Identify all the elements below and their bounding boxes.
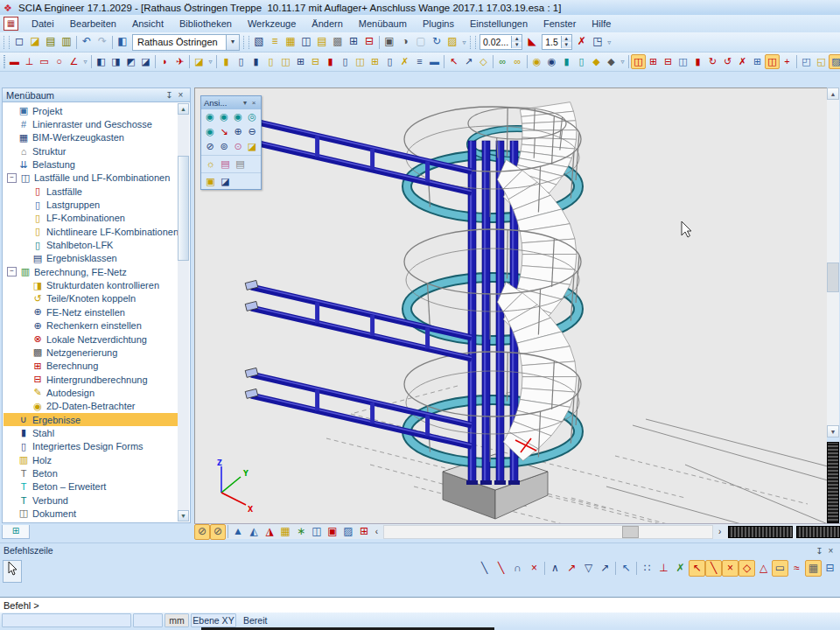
model-viewport[interactable]: ZYX — [195, 88, 828, 524]
member3-icon[interactable]: ▮ — [248, 54, 263, 69]
scale-icon[interactable]: ◣ — [524, 34, 540, 50]
tree-item-13[interactable]: ◨Strukturdaten kontrollieren — [4, 278, 178, 291]
minimized-window-bar[interactable] — [728, 526, 793, 538]
command-input[interactable]: Befehl > — [0, 597, 840, 612]
slab-icon[interactable]: ▯ — [382, 54, 397, 69]
levels-icon[interactable]: ≡ — [412, 54, 427, 69]
tree-item-16[interactable]: ⊕Rechenkern einstellen — [4, 319, 178, 332]
tree-item-10[interactable]: ▯Stahlbeton-LFK — [4, 238, 178, 251]
snap-line-icon[interactable]: ╲ — [476, 560, 493, 577]
mirror-icon[interactable]: ◪ — [138, 54, 153, 69]
scale-spinner[interactable]: 1.5 ▲▼ — [542, 34, 572, 50]
open-folder-icon[interactable]: ◪ — [192, 54, 206, 69]
dimension-icon[interactable]: ◳ — [590, 34, 606, 50]
document-icon[interactable]: ▦ — [4, 17, 18, 31]
tree-item-1[interactable]: #Linienraster und Geschosse — [4, 117, 178, 130]
snap-angle-icon[interactable]: ∧ — [547, 560, 564, 577]
labels-icon[interactable]: ∗ — [293, 524, 309, 540]
menu-bibliotheken[interactable]: Bibliotheken — [172, 17, 240, 31]
results-setup-icon[interactable]: ⊟ — [361, 34, 377, 50]
view-vertical-scrollbar[interactable]: ▲ ▼ — [827, 88, 839, 438]
snap-intersect-icon[interactable]: × — [722, 560, 738, 577]
subregion-icon[interactable]: ⊟ — [308, 54, 323, 69]
save-icon[interactable]: ▤ — [43, 34, 59, 50]
export-icon[interactable]: ▢ — [413, 34, 429, 50]
copy-icon[interactable]: ◧ — [94, 54, 108, 69]
view-dir-4-icon[interactable]: ◎ — [245, 109, 259, 124]
menu-ansicht[interactable]: Ansicht — [124, 17, 172, 31]
plate2-icon[interactable]: ▯ — [338, 54, 353, 69]
open-file-icon[interactable]: ◪ — [27, 34, 43, 50]
project-settings-icon[interactable]: ▧ — [251, 34, 267, 50]
hatch-icon[interactable]: ▦ — [277, 524, 293, 540]
snap-vector-icon[interactable]: ↗ — [597, 560, 613, 577]
opening-icon[interactable]: ⊞ — [293, 54, 308, 69]
zoom-window-icon[interactable]: ⊚ — [217, 139, 231, 154]
light-icon[interactable]: ☼ — [203, 157, 218, 172]
menu-fenster[interactable]: Fenster — [536, 17, 584, 31]
snap-curve-icon[interactable]: ≈ — [788, 560, 805, 577]
member-icon[interactable]: ▮ — [219, 54, 234, 69]
diamond-gold-icon[interactable]: ◆ — [589, 54, 604, 69]
grid-blue-icon[interactable]: ⊞ — [750, 54, 765, 69]
haunch-icon[interactable]: ◫ — [278, 54, 293, 69]
snap-off-icon[interactable]: × — [526, 560, 542, 577]
snap-polygon-icon[interactable]: ▭ — [772, 560, 788, 577]
toolbar-grip[interactable] — [4, 36, 10, 49]
tree-scrollbar[interactable]: ▲ ▼ — [178, 103, 189, 522]
tree-expander-icon[interactable]: − — [7, 173, 17, 183]
select2-icon[interactable]: ↗ — [461, 54, 476, 69]
library-icon[interactable]: ▤ — [314, 34, 330, 50]
view-horizontal-scrollbar[interactable] — [383, 525, 714, 539]
toolbar-overflow-icon[interactable]: ▿ — [460, 36, 468, 49]
col-green2-icon[interactable]: ▯ — [574, 54, 589, 69]
tree-item-12[interactable]: −▥Berechnung, FE-Netz — [4, 265, 178, 278]
scroll-right-icon[interactable]: › — [715, 527, 724, 536]
rotate2-icon[interactable]: ↺ — [720, 54, 735, 69]
tree-item-15[interactable]: ⊕FE-Netz einstellen — [4, 305, 178, 318]
paste-icon[interactable]: ◨ — [108, 54, 123, 69]
snap-edge-icon[interactable]: △ — [755, 560, 772, 577]
snap-endpoint-icon[interactable]: ╲ — [493, 560, 509, 577]
tree-item-5[interactable]: −◫Lastfälle und LF-Kombinationen — [4, 172, 178, 185]
tree-item-19[interactable]: ⊞Berechnung — [4, 360, 178, 373]
view-dir-1-icon[interactable]: ◉ — [203, 109, 217, 124]
menu-datei[interactable]: Datei — [24, 17, 62, 31]
cursor-snap-icon[interactable]: ↖ — [618, 560, 634, 577]
tree-item-24[interactable]: ▮Stahl — [4, 426, 178, 439]
hinge-icon[interactable]: ⊞ — [646, 54, 661, 69]
toolbar-overflow-icon[interactable]: ▿ — [606, 36, 613, 49]
calc-icon[interactable]: ⊞ — [346, 34, 361, 50]
layers-icon[interactable]: ≡ — [267, 34, 283, 50]
gallery-icon[interactable]: ▨ — [444, 34, 460, 50]
node-icon[interactable]: ◉ — [529, 54, 544, 69]
tree-expander-icon[interactable]: − — [7, 267, 17, 276]
wall-icon[interactable]: ◫ — [353, 54, 368, 69]
section-icon[interactable]: ◮ — [262, 524, 277, 540]
circle-tool-icon[interactable]: ○ — [52, 54, 66, 69]
scroll-up-icon[interactable]: ▲ — [827, 88, 839, 100]
close-icon[interactable]: × — [175, 90, 186, 100]
tree-item-11[interactable]: ▤Ergebnisklassen — [4, 252, 178, 265]
tree-item-25[interactable]: ▯Integriertes Design Forms — [4, 440, 178, 453]
tree-item-20[interactable]: ⊟Hintergrundberechnung — [4, 373, 178, 386]
pointer-mode-button[interactable] — [3, 560, 22, 583]
snap-end-icon[interactable]: ╲ — [705, 560, 722, 577]
link-icon[interactable]: ∞ — [495, 54, 510, 69]
print-preview-icon[interactable]: ◑ — [397, 34, 413, 50]
local-axes-icon[interactable]: ◫ — [309, 524, 325, 540]
unlink-icon[interactable]: ∞ — [510, 54, 525, 69]
draw-style-icon[interactable]: ⊘ — [194, 524, 210, 540]
tree-item-8[interactable]: ▯LF-Kombinationen — [4, 212, 178, 225]
zoom-out-icon[interactable]: ⊖ — [245, 124, 259, 139]
tree-item-21[interactable]: ✎Autodesign — [4, 386, 178, 399]
snap-plane-icon[interactable]: ▽ — [580, 560, 597, 577]
calculator-icon[interactable]: ▦ — [805, 560, 822, 577]
minimized-window-bar-vertical[interactable] — [827, 442, 839, 523]
toolbar-grip[interactable] — [470, 36, 476, 49]
view-dir-3-icon[interactable]: ◉ — [231, 109, 245, 124]
combo-dropdown-icon[interactable]: ▾ — [226, 35, 239, 50]
grid-snap-icon[interactable]: ∷ — [639, 560, 655, 577]
ortho-icon[interactable]: ⊥ — [655, 560, 672, 577]
view-dir-2-icon[interactable]: ◉ — [217, 109, 231, 124]
